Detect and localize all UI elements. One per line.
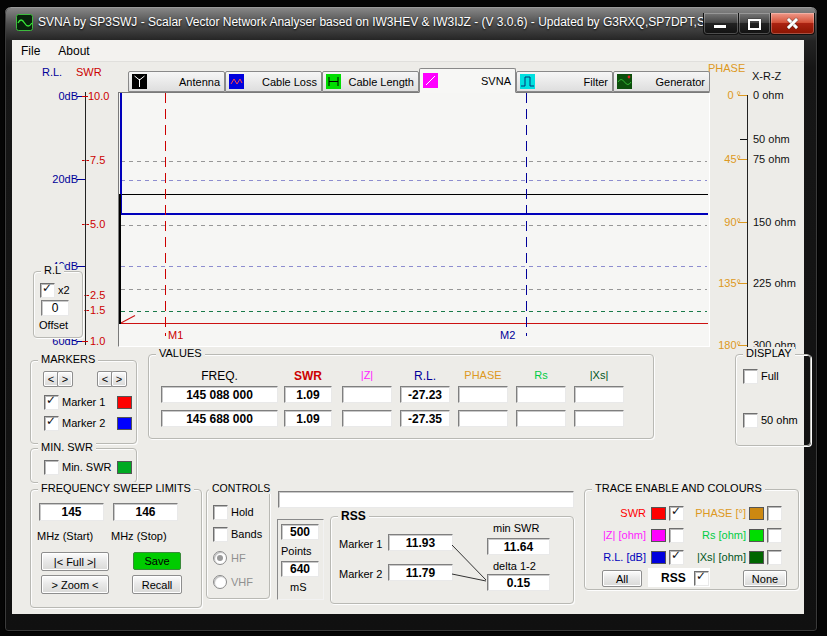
values-header-phase: PHASE <box>458 369 508 381</box>
rl-offset-group: R.L x2 Offset <box>33 271 83 338</box>
phase-trace-checkbox[interactable] <box>767 506 782 521</box>
maximize-button[interactable] <box>738 13 771 35</box>
value-xs-m1[interactable] <box>574 386 624 403</box>
min-swr-group: MIN. SWR Min. SWR <box>30 448 137 483</box>
value-swr-m2[interactable] <box>284 410 332 427</box>
ohm-tick-0: 0 ohm <box>753 89 784 101</box>
trace-none-button[interactable]: None <box>743 570 787 587</box>
hold-checkbox[interactable] <box>213 505 228 520</box>
value-z-m2[interactable] <box>342 410 392 427</box>
phase-tick-45: 45° <box>711 153 741 165</box>
save-button[interactable]: Save <box>133 552 181 570</box>
z-color-swatch[interactable] <box>651 529 666 542</box>
points-input[interactable] <box>281 524 319 540</box>
marker1-color-swatch[interactable] <box>117 396 132 409</box>
value-z-m1[interactable] <box>342 386 392 403</box>
status-textbox[interactable] <box>278 491 574 508</box>
min-swr-color-swatch[interactable] <box>117 461 132 474</box>
swr-tick-5.0: 5.0 <box>90 218 105 230</box>
menu-bar: File About <box>12 40 804 62</box>
xs-trace-checkbox[interactable] <box>767 550 782 565</box>
rss-marker1-input[interactable] <box>388 534 453 551</box>
marker-m2-line[interactable] <box>526 93 527 336</box>
minimize-icon <box>714 25 726 28</box>
value-freq-m1[interactable] <box>161 386 278 403</box>
marker2-color-swatch[interactable] <box>117 417 132 430</box>
value-rl-m1[interactable] <box>400 386 450 403</box>
tab-svna[interactable]: SVNA <box>419 68 516 93</box>
rl-trace-checkbox[interactable] <box>669 550 684 565</box>
ms-input[interactable] <box>281 561 319 577</box>
ohm-tick-50: 50 ohm <box>753 133 790 145</box>
phase-tick-135: 135° <box>711 277 741 289</box>
swr-tick-7.5: 7.5 <box>90 154 105 166</box>
cable-loss-icon <box>229 74 244 89</box>
freq-start-input[interactable] <box>39 503 104 521</box>
rs-trace-checkbox[interactable] <box>767 528 782 543</box>
gridline-swr-5.0 <box>121 225 707 226</box>
swr-tick-1.5: 1.5 <box>90 304 105 316</box>
tab-filter[interactable]: Filter <box>516 71 613 92</box>
value-phase-m1[interactable] <box>458 386 508 403</box>
ohm-tick-225: 225 ohm <box>753 277 796 289</box>
xs-color-swatch[interactable] <box>749 551 764 564</box>
value-xs-m2[interactable] <box>574 410 624 427</box>
tab-antenna[interactable]: Antenna <box>128 71 225 92</box>
tab-cable-loss[interactable]: Cable Loss <box>225 71 322 92</box>
gridline-swr-2.5 <box>121 289 707 290</box>
display-full-checkbox[interactable] <box>743 369 758 384</box>
tab-generator[interactable]: Generator <box>613 71 710 92</box>
rl-offset-input[interactable] <box>41 300 69 316</box>
phase-color-swatch[interactable] <box>749 507 764 520</box>
menu-file[interactable]: File <box>12 44 49 58</box>
rl-color-swatch[interactable] <box>651 551 666 564</box>
values-header-xs: |Xs| <box>574 369 624 381</box>
marker2-next-button[interactable]: > <box>111 371 127 387</box>
value-rs-m2[interactable] <box>516 410 566 427</box>
marker1-checkbox[interactable] <box>44 395 59 410</box>
zoom-span-button[interactable]: > Zoom < <box>41 575 109 594</box>
rss-marker2-input[interactable] <box>388 564 453 581</box>
value-rs-m1[interactable] <box>516 386 566 403</box>
hf-radio[interactable] <box>213 551 227 565</box>
rl-tick-0db: 0dB <box>48 90 78 102</box>
rss-delta-input[interactable] <box>487 574 550 591</box>
rs-color-swatch[interactable] <box>749 529 764 542</box>
display-50ohm-checkbox[interactable] <box>743 413 758 428</box>
full-span-button[interactable]: |< Full >| <box>41 552 109 571</box>
value-phase-m2[interactable] <box>458 410 508 427</box>
trace-black <box>120 194 708 195</box>
minimize-button[interactable] <box>703 13 739 35</box>
vhf-radio[interactable] <box>213 575 227 589</box>
tab-cable-length[interactable]: Cable Length <box>322 71 419 92</box>
bands-checkbox[interactable] <box>213 527 228 542</box>
marker-m1-line[interactable] <box>165 93 166 336</box>
rss-checkbox[interactable] <box>694 571 709 586</box>
marker2-checkbox[interactable] <box>44 416 59 431</box>
min-swr-checkbox[interactable] <box>44 460 59 475</box>
value-freq-m2[interactable] <box>161 410 278 427</box>
rss-min-swr-input[interactable] <box>487 538 550 555</box>
sweep-chart[interactable]: M1 M2 <box>118 92 710 347</box>
trace-all-button[interactable]: All <box>602 570 642 587</box>
close-button[interactable] <box>770 13 815 35</box>
title-bar[interactable]: SVNA by SP3SWJ - Scalar Vector Network A… <box>4 6 816 40</box>
marker1-next-button[interactable]: > <box>57 371 73 387</box>
value-swr-m1[interactable] <box>284 386 332 403</box>
values-header-rl: R.L. <box>400 369 450 383</box>
cable-length-icon <box>326 74 341 89</box>
swr-trace-checkbox[interactable] <box>669 506 684 521</box>
z-trace-checkbox[interactable] <box>669 528 684 543</box>
swr-tick-1.0: 1.0 <box>90 335 105 347</box>
values-header-freq: FREQ. <box>161 369 278 383</box>
freq-stop-input[interactable] <box>113 503 178 521</box>
svna-application-window: SVNA by SP3SWJ - Scalar Vector Network A… <box>0 0 827 636</box>
rl-x2-checkbox[interactable] <box>40 283 55 298</box>
marker-m1-label: M1 <box>168 329 183 341</box>
value-rl-m2[interactable] <box>400 410 450 427</box>
swr-color-swatch[interactable] <box>651 507 666 520</box>
marker-m2-label: M2 <box>500 329 515 341</box>
display-group: DISPLAY Full 50 ohm <box>735 354 811 446</box>
recall-button[interactable]: Recall <box>132 575 182 594</box>
menu-about[interactable]: About <box>49 44 98 58</box>
